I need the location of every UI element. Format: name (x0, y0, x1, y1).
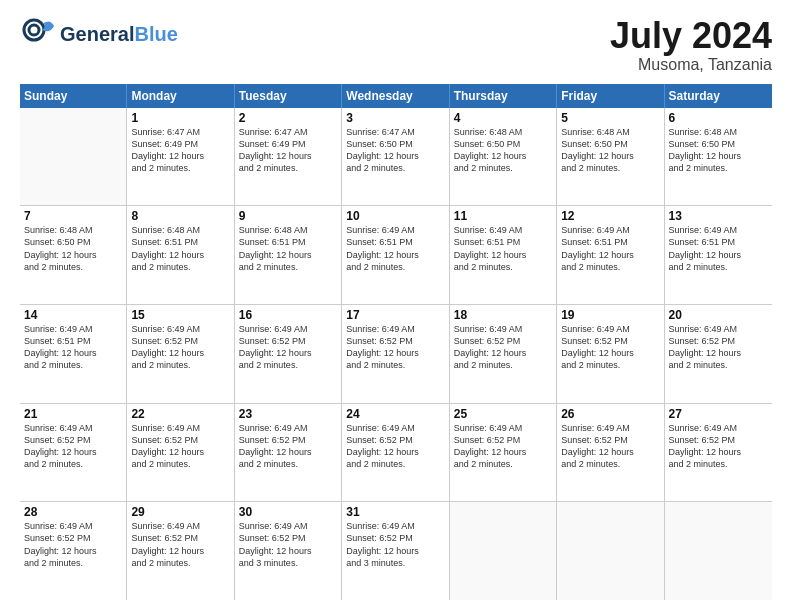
day-cell-3: 3Sunrise: 6:47 AM Sunset: 6:50 PM Daylig… (342, 108, 449, 206)
day-number: 22 (131, 407, 229, 421)
title-block: July 2024 Musoma, Tanzania (610, 16, 772, 74)
empty-cell (20, 108, 127, 206)
empty-cell (665, 502, 772, 600)
day-info: Sunrise: 6:49 AM Sunset: 6:52 PM Dayligh… (454, 422, 552, 471)
day-info: Sunrise: 6:47 AM Sunset: 6:49 PM Dayligh… (239, 126, 337, 175)
logo-blue: Blue (134, 23, 177, 45)
day-info: Sunrise: 6:49 AM Sunset: 6:52 PM Dayligh… (346, 422, 444, 471)
day-number: 13 (669, 209, 768, 223)
day-number: 25 (454, 407, 552, 421)
day-info: Sunrise: 6:48 AM Sunset: 6:50 PM Dayligh… (561, 126, 659, 175)
logo-icon (20, 16, 56, 52)
empty-cell (450, 502, 557, 600)
header: GeneralBlue July 2024 Musoma, Tanzania (20, 16, 772, 74)
day-cell-9: 9Sunrise: 6:48 AM Sunset: 6:51 PM Daylig… (235, 206, 342, 304)
day-number: 29 (131, 505, 229, 519)
logo: GeneralBlue (20, 16, 178, 52)
empty-cell (557, 502, 664, 600)
day-number: 9 (239, 209, 337, 223)
page: GeneralBlue July 2024 Musoma, Tanzania S… (0, 0, 792, 612)
day-cell-26: 26Sunrise: 6:49 AM Sunset: 6:52 PM Dayli… (557, 404, 664, 502)
day-number: 8 (131, 209, 229, 223)
day-number: 27 (669, 407, 768, 421)
day-cell-29: 29Sunrise: 6:49 AM Sunset: 6:52 PM Dayli… (127, 502, 234, 600)
calendar-row-3: 14Sunrise: 6:49 AM Sunset: 6:51 PM Dayli… (20, 305, 772, 404)
day-info: Sunrise: 6:48 AM Sunset: 6:51 PM Dayligh… (239, 224, 337, 273)
day-info: Sunrise: 6:48 AM Sunset: 6:50 PM Dayligh… (24, 224, 122, 273)
day-cell-13: 13Sunrise: 6:49 AM Sunset: 6:51 PM Dayli… (665, 206, 772, 304)
day-cell-20: 20Sunrise: 6:49 AM Sunset: 6:52 PM Dayli… (665, 305, 772, 403)
day-info: Sunrise: 6:49 AM Sunset: 6:51 PM Dayligh… (346, 224, 444, 273)
day-number: 19 (561, 308, 659, 322)
day-number: 16 (239, 308, 337, 322)
svg-point-0 (24, 20, 44, 40)
day-cell-1: 1Sunrise: 6:47 AM Sunset: 6:49 PM Daylig… (127, 108, 234, 206)
day-number: 6 (669, 111, 768, 125)
calendar-location: Musoma, Tanzania (610, 56, 772, 74)
calendar-body: 1Sunrise: 6:47 AM Sunset: 6:49 PM Daylig… (20, 108, 772, 600)
weekday-header-thursday: Thursday (450, 84, 557, 108)
day-cell-12: 12Sunrise: 6:49 AM Sunset: 6:51 PM Dayli… (557, 206, 664, 304)
logo-general: General (60, 23, 134, 45)
weekday-header-friday: Friday (557, 84, 664, 108)
day-info: Sunrise: 6:48 AM Sunset: 6:50 PM Dayligh… (454, 126, 552, 175)
day-number: 21 (24, 407, 122, 421)
day-cell-5: 5Sunrise: 6:48 AM Sunset: 6:50 PM Daylig… (557, 108, 664, 206)
day-cell-6: 6Sunrise: 6:48 AM Sunset: 6:50 PM Daylig… (665, 108, 772, 206)
day-cell-14: 14Sunrise: 6:49 AM Sunset: 6:51 PM Dayli… (20, 305, 127, 403)
day-info: Sunrise: 6:48 AM Sunset: 6:50 PM Dayligh… (669, 126, 768, 175)
day-number: 23 (239, 407, 337, 421)
day-number: 30 (239, 505, 337, 519)
weekday-header-saturday: Saturday (665, 84, 772, 108)
day-number: 5 (561, 111, 659, 125)
day-number: 24 (346, 407, 444, 421)
calendar-row-4: 21Sunrise: 6:49 AM Sunset: 6:52 PM Dayli… (20, 404, 772, 503)
day-number: 31 (346, 505, 444, 519)
weekday-header-monday: Monday (127, 84, 234, 108)
day-cell-25: 25Sunrise: 6:49 AM Sunset: 6:52 PM Dayli… (450, 404, 557, 502)
day-number: 3 (346, 111, 444, 125)
day-cell-18: 18Sunrise: 6:49 AM Sunset: 6:52 PM Dayli… (450, 305, 557, 403)
day-info: Sunrise: 6:49 AM Sunset: 6:52 PM Dayligh… (239, 520, 337, 569)
day-number: 26 (561, 407, 659, 421)
day-number: 11 (454, 209, 552, 223)
day-info: Sunrise: 6:49 AM Sunset: 6:51 PM Dayligh… (454, 224, 552, 273)
day-info: Sunrise: 6:49 AM Sunset: 6:52 PM Dayligh… (131, 422, 229, 471)
day-cell-11: 11Sunrise: 6:49 AM Sunset: 6:51 PM Dayli… (450, 206, 557, 304)
day-cell-16: 16Sunrise: 6:49 AM Sunset: 6:52 PM Dayli… (235, 305, 342, 403)
day-number: 1 (131, 111, 229, 125)
day-cell-17: 17Sunrise: 6:49 AM Sunset: 6:52 PM Dayli… (342, 305, 449, 403)
day-info: Sunrise: 6:49 AM Sunset: 6:52 PM Dayligh… (346, 323, 444, 372)
day-cell-21: 21Sunrise: 6:49 AM Sunset: 6:52 PM Dayli… (20, 404, 127, 502)
calendar-title: July 2024 (610, 16, 772, 56)
day-number: 14 (24, 308, 122, 322)
day-cell-30: 30Sunrise: 6:49 AM Sunset: 6:52 PM Dayli… (235, 502, 342, 600)
calendar-row-1: 1Sunrise: 6:47 AM Sunset: 6:49 PM Daylig… (20, 108, 772, 207)
day-number: 18 (454, 308, 552, 322)
day-number: 12 (561, 209, 659, 223)
day-info: Sunrise: 6:47 AM Sunset: 6:49 PM Dayligh… (131, 126, 229, 175)
day-cell-31: 31Sunrise: 6:49 AM Sunset: 6:52 PM Dayli… (342, 502, 449, 600)
day-info: Sunrise: 6:49 AM Sunset: 6:51 PM Dayligh… (669, 224, 768, 273)
weekday-header-tuesday: Tuesday (235, 84, 342, 108)
day-cell-15: 15Sunrise: 6:49 AM Sunset: 6:52 PM Dayli… (127, 305, 234, 403)
day-cell-10: 10Sunrise: 6:49 AM Sunset: 6:51 PM Dayli… (342, 206, 449, 304)
day-number: 28 (24, 505, 122, 519)
svg-point-1 (29, 25, 39, 35)
day-info: Sunrise: 6:48 AM Sunset: 6:51 PM Dayligh… (131, 224, 229, 273)
day-info: Sunrise: 6:49 AM Sunset: 6:52 PM Dayligh… (346, 520, 444, 569)
weekday-header-sunday: Sunday (20, 84, 127, 108)
day-info: Sunrise: 6:49 AM Sunset: 6:52 PM Dayligh… (131, 520, 229, 569)
day-info: Sunrise: 6:49 AM Sunset: 6:52 PM Dayligh… (561, 422, 659, 471)
calendar-row-2: 7Sunrise: 6:48 AM Sunset: 6:50 PM Daylig… (20, 206, 772, 305)
day-cell-28: 28Sunrise: 6:49 AM Sunset: 6:52 PM Dayli… (20, 502, 127, 600)
day-info: Sunrise: 6:47 AM Sunset: 6:50 PM Dayligh… (346, 126, 444, 175)
day-number: 17 (346, 308, 444, 322)
day-number: 7 (24, 209, 122, 223)
day-info: Sunrise: 6:49 AM Sunset: 6:52 PM Dayligh… (669, 323, 768, 372)
day-info: Sunrise: 6:49 AM Sunset: 6:52 PM Dayligh… (561, 323, 659, 372)
day-number: 20 (669, 308, 768, 322)
day-number: 2 (239, 111, 337, 125)
day-info: Sunrise: 6:49 AM Sunset: 6:52 PM Dayligh… (239, 323, 337, 372)
calendar: SundayMondayTuesdayWednesdayThursdayFrid… (20, 84, 772, 600)
